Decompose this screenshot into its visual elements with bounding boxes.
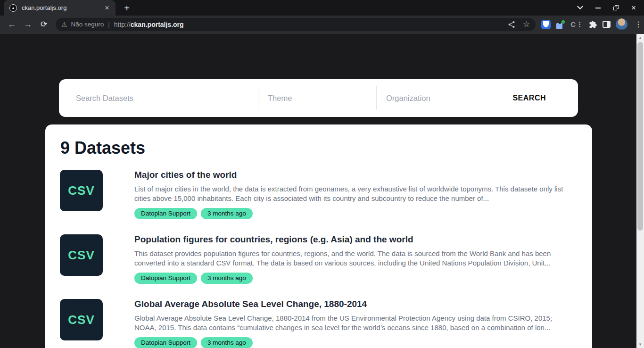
bookmark-star-icon[interactable]: ☆: [523, 19, 530, 29]
datasets-count-heading: 9 Datasets: [60, 139, 576, 157]
organization-input[interactable]: [386, 94, 468, 103]
reload-button[interactable]: ⟳: [37, 17, 51, 32]
browser-window: ▲ ckan.portaljs.org × + × ← → ⟳ ⚠ Não se…: [0, 0, 644, 348]
page-content: SEARCH 9 Datasets CSV Major cities of th…: [0, 34, 636, 348]
time-badge: 3 months ago: [201, 337, 253, 348]
tab-search-chevron-icon[interactable]: [576, 4, 584, 12]
dataset-row: CSV Major cities of the world List of ma…: [60, 170, 576, 219]
tab-strip: ▲ ckan.portaljs.org × + ×: [0, 0, 644, 16]
theme-input[interactable]: [268, 94, 367, 103]
share-icon[interactable]: [508, 21, 515, 28]
format-label: CSV: [68, 183, 94, 198]
side-panel-icon[interactable]: [603, 21, 611, 28]
page-scrollbar[interactable]: ▲ ▼: [636, 34, 644, 348]
url-bar[interactable]: ⚠ Não seguro | http:// ckan.portaljs.org…: [56, 18, 536, 31]
profile-avatar[interactable]: [616, 18, 627, 30]
dataset-row: CSV Population figures for countries, re…: [60, 234, 576, 284]
browser-menu-icon[interactable]: ⋮: [635, 20, 644, 29]
browser-tab[interactable]: ▲ ckan.portaljs.org ×: [4, 0, 116, 16]
back-button[interactable]: ←: [5, 17, 19, 32]
dataset-format-tile[interactable]: CSV: [60, 299, 103, 340]
site-favicon-icon: ▲: [9, 4, 17, 12]
url-divider: |: [108, 21, 109, 28]
tab-title: ckan.portaljs.org: [22, 4, 102, 11]
dataset-title[interactable]: Population figures for countries, region…: [134, 234, 576, 245]
extensions-puzzle-icon[interactable]: [589, 20, 597, 29]
scroll-down-icon[interactable]: ▼: [636, 340, 644, 348]
organization-field[interactable]: [377, 79, 478, 117]
url-host: ckan.portaljs.org: [131, 21, 184, 28]
browser-toolbar: ← → ⟳ ⚠ Não seguro | http:// ckan.portal…: [0, 16, 644, 33]
not-secure-warning-icon[interactable]: ⚠: [61, 21, 67, 28]
dataset-row: CSV Global Average Absolute Sea Level Ch…: [60, 299, 576, 348]
dataset-format-tile[interactable]: CSV: [60, 170, 103, 211]
dataset-description: Global Average Absolute Sea Level Change…: [134, 314, 576, 332]
search-button[interactable]: SEARCH: [501, 88, 557, 108]
new-tab-button[interactable]: +: [121, 2, 133, 14]
nav-buttons: ← → ⟳: [0, 17, 51, 32]
format-label: CSV: [68, 313, 94, 327]
eyedropper-extension-icon[interactable]: [556, 20, 565, 29]
url-scheme: http://: [114, 21, 131, 28]
forward-button[interactable]: →: [21, 17, 35, 32]
dataset-description: This dataset provides population figures…: [134, 249, 576, 268]
extensions-area: C⋮ ⋮: [541, 18, 644, 30]
format-label: CSV: [68, 248, 94, 263]
tab-close-icon[interactable]: ×: [102, 3, 112, 13]
datasets-card: 9 Datasets CSV Major cities of the world…: [45, 124, 592, 348]
search-field[interactable]: [59, 79, 258, 117]
window-minimize-button[interactable]: [594, 4, 602, 12]
org-badge[interactable]: Datopian Support: [134, 273, 197, 284]
dataset-search-bar: SEARCH: [59, 79, 578, 117]
time-badge: 3 months ago: [201, 273, 253, 284]
window-close-button[interactable]: ×: [630, 4, 637, 12]
search-datasets-input[interactable]: [76, 94, 248, 103]
theme-field[interactable]: [258, 79, 376, 117]
time-badge: 3 months ago: [201, 208, 253, 219]
org-badge[interactable]: Datopian Support: [134, 208, 197, 219]
bitwarden-extension-icon[interactable]: [541, 20, 551, 29]
org-badge[interactable]: Datopian Support: [134, 337, 197, 348]
dataset-description: List of major cities in the world, the d…: [134, 184, 576, 203]
window-restore-button[interactable]: [612, 4, 619, 12]
scroll-up-icon[interactable]: ▲: [636, 34, 644, 41]
dataset-title[interactable]: Major cities of the world: [134, 170, 576, 180]
security-label: Não seguro: [71, 21, 104, 28]
scrollbar-thumb[interactable]: [637, 42, 643, 231]
dataset-title[interactable]: Global Average Absolute Sea Level Change…: [134, 299, 576, 309]
dataset-format-tile[interactable]: CSV: [60, 234, 103, 276]
colorzilla-extension-icon[interactable]: C⋮: [570, 20, 584, 29]
window-controls: ×: [576, 0, 640, 16]
